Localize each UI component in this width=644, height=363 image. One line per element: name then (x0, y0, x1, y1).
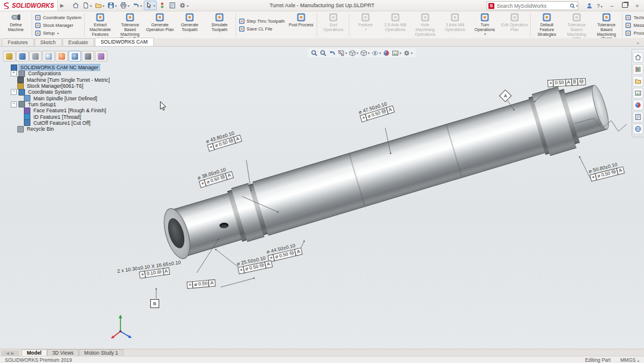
tree-expand-icon[interactable]: + (11, 70, 17, 76)
new-document-button[interactable]: ▾ (81, 1, 93, 10)
ribbon-button-setup[interactable]: Setup▾ (33, 30, 83, 36)
ribbon-button-generate-operation-plan[interactable]: Generate Operation Plan (145, 11, 175, 39)
ribbon-button-tolerance-based-machining-turn[interactable]: Tolerance Based Machining (Turn) (592, 11, 621, 39)
help-button[interactable]: ?▾ (594, 2, 605, 9)
ribbon-button-save-cl-file[interactable]: Save CL File (237, 26, 286, 32)
undo-button[interactable]: ▾ (131, 1, 143, 10)
tree-item-turn-setup1[interactable]: −Turn Setup1 (3, 101, 143, 107)
solidworks-forum-tab[interactable] (633, 124, 643, 134)
view-orientation-button[interactable]: ▾ (349, 50, 358, 57)
section-view-button[interactable]: ▾ (338, 50, 347, 57)
search-input[interactable] (496, 2, 569, 10)
close-button[interactable]: × (631, 2, 643, 9)
home-button[interactable] (71, 1, 80, 10)
ribbon-button-extract-machinable-features[interactable]: Extract Machinable Features (86, 11, 115, 39)
units-dropdown-icon[interactable]: ▴ (637, 358, 639, 362)
units-selector[interactable]: MMGS▴ (620, 357, 639, 363)
cam-feature-tree-tab[interactable] (69, 51, 81, 61)
dimension-annotation[interactable]: ⌖⌀ 0.50A (187, 279, 215, 289)
design-library-tab[interactable] (633, 64, 643, 75)
tree-item-id-feature1[interactable]: ID Feature1 [Thread] (3, 113, 143, 119)
print-button[interactable]: ▾ (119, 1, 131, 10)
propertymanager-tab[interactable] (16, 51, 29, 61)
tree-item-recycle-bin[interactable]: Recycle Bin (3, 126, 143, 132)
options-button[interactable]: ▾ (178, 1, 190, 10)
ribbon-button-technology-database[interactable]: Technology Database (624, 14, 644, 21)
tree-item-stock-manager-6061-t6[interactable]: Stock Manager[6061-T6] (3, 83, 143, 89)
ribbon-button-turn-operations[interactable]: Turn Operations▾ (470, 11, 499, 39)
ribbon-button-coordinate-system[interactable]: Coordinate System (33, 14, 83, 21)
tab-sketch[interactable]: Sketch (35, 38, 62, 46)
ribbon-button-tolerance-based-machining-turn-run[interactable]: Tolerance Based Machining (Turn)- Run (116, 11, 145, 39)
hide-show-items-button[interactable]: ▾ (371, 50, 381, 57)
propertymanager-icon (19, 53, 26, 60)
tab-features[interactable]: Features (2, 38, 34, 46)
save-button[interactable]: ▾ (106, 1, 118, 10)
ribbon-button-post-process[interactable]: Post Process (286, 11, 315, 39)
ribbon-button-default-feature-strategies[interactable]: Default Feature Strategies (532, 11, 561, 39)
tab-scroll-left-icon[interactable]: ◀ (6, 351, 9, 356)
zoom-area-button[interactable] (320, 50, 327, 57)
ribbon-button-stock-manager[interactable]: Stock Manager (33, 22, 83, 29)
tree-item-coordinate-system[interactable]: −Coordinate System (3, 89, 143, 95)
logo-flyout-arrow-icon[interactable]: ▶ (58, 3, 66, 8)
minimize-button[interactable]: – (606, 2, 618, 9)
featuremanager-design-tree-tab[interactable] (3, 51, 16, 61)
tree-expand-icon[interactable]: − (11, 101, 17, 107)
tree-item-main-spindle[interactable]: Main Spindle [User Defined] (3, 95, 143, 101)
search-icon[interactable] (569, 3, 575, 9)
datum-flag-b[interactable]: B (150, 299, 159, 308)
cam-tools-tree-tab[interactable] (95, 51, 107, 61)
viewport-3d[interactable]: ▾▾▾▾▾▾ SOLIDWORKS CAM NC Manager+Configu… (0, 46, 644, 349)
dimension-annotation[interactable]: ⌀ 47.50±0.10⌖⌀ 0.50 ⓂA (358, 99, 395, 122)
dimension-annotation[interactable]: ⌀ 43.80±0.10⌖⌀ 0.50 ⓂA (205, 128, 242, 151)
tree-item-cutoff-feature1[interactable]: CutOff Feature1 [Cut Off] (3, 120, 143, 126)
view-settings-button[interactable]: ▾ (403, 50, 413, 57)
ribbon-button-simulate-toolpath[interactable]: Simulate Toolpath (205, 11, 234, 39)
dropdown-caret-icon: ▾ (103, 4, 104, 8)
configurationmanager-tab[interactable] (29, 51, 42, 61)
dropdown-caret-icon: ▾ (365, 27, 367, 32)
dimension-annotation[interactable]: ⌀ 50.80±0.10⌖⌀ 0.50 ⓂA (588, 160, 624, 182)
apply-scene-button[interactable]: ▾ (392, 50, 401, 57)
dropdown-caret-icon: ▾ (379, 51, 381, 55)
rebuild-button[interactable] (157, 1, 167, 10)
ribbon-button-message-window[interactable]: Message Window (624, 22, 644, 29)
tree-item-solidworks-cam-nc-manager[interactable]: SOLIDWORKS CAM NC Manager (3, 64, 143, 70)
displaymanager-tab[interactable] (55, 51, 68, 61)
tree-item-machine[interactable]: Machine [Turn Single Turret - Metric] (3, 77, 143, 83)
restore-button[interactable] (619, 2, 630, 9)
open-button[interactable]: ▾ (94, 1, 106, 10)
solidworks-resources-tab[interactable] (633, 52, 643, 63)
ribbon-button-generate-toolpath[interactable]: Generate Toolpath (175, 11, 205, 39)
ribbon-button-process-manager[interactable]: Process Manager (624, 30, 644, 36)
tree-expand-icon[interactable]: − (11, 89, 17, 95)
previous-view-button[interactable] (329, 50, 336, 57)
file-properties-button[interactable] (168, 1, 177, 10)
cam-operation-tree-tab[interactable] (82, 51, 94, 61)
ribbon-button-step-thru-toolpath[interactable]: Step Thru Toolpath (237, 18, 286, 24)
user-account-icon[interactable] (586, 2, 593, 9)
commandmanager-pin-icon[interactable]: « (637, 41, 639, 46)
tab-scroll-right-icon[interactable]: ▶ (11, 351, 14, 356)
tree-item-face-feature1[interactable]: Face Feature1 [Rough & Finish] (3, 107, 143, 113)
custom-properties-tab[interactable] (633, 112, 643, 122)
select-button[interactable]: ▾ (144, 1, 157, 10)
view-palette-tab[interactable] (633, 88, 643, 99)
tab-solidworks-cam[interactable]: SOLIDWORKS CAM (95, 38, 154, 46)
tab-evaluate[interactable]: Evaluate (63, 38, 94, 46)
dimension-annotation[interactable]: ⌀ 25.50±0.10⌖⌀ 0.50 ⓂA (236, 254, 273, 274)
dimension-annotation[interactable]: 2 x 10.30±0.10 X 16.65±0.10⌖0.10 ⓂA (117, 260, 182, 281)
search-dropdown-icon[interactable]: ▾ (576, 4, 578, 8)
zoom-fit-button[interactable] (311, 50, 318, 57)
dropdown-caret-icon: ▾ (187, 4, 188, 8)
search-box[interactable]: S ▾ (487, 1, 578, 10)
file-explorer-tab[interactable] (633, 76, 643, 87)
edit-appearance-button[interactable] (383, 50, 390, 57)
tree-item-configurations[interactable]: +Configurations (3, 70, 143, 76)
ribbon-button-define-machine[interactable]: Define Machine (1, 11, 30, 39)
appearances-scenes-tab[interactable] (633, 100, 643, 110)
dimxpertmanager-tab[interactable] (42, 51, 55, 61)
display-style-button[interactable]: ▾ (360, 50, 370, 57)
display-style-icon (360, 50, 367, 57)
